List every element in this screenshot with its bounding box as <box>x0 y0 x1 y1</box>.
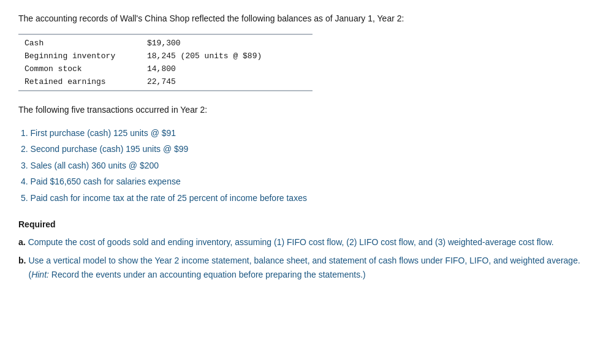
balance-label: Cash <box>18 34 141 50</box>
req-text: Use a vertical model to show the Year 2 … <box>28 254 588 281</box>
balance-label: Beginning inventory <box>18 50 141 63</box>
balance-value: 14,800 <box>141 63 312 75</box>
balance-label: Retained earnings <box>18 75 141 91</box>
list-item: b. Use a vertical model to show the Year… <box>18 254 588 281</box>
required-section: Required a. Compute the cost of goods so… <box>18 219 588 281</box>
table-row: Cash$19,300 <box>18 34 312 50</box>
transactions-list: 1. First purchase (cash) 125 units @ $91… <box>18 126 588 205</box>
list-item: 3. Sales (all cash) 360 units @ $200 <box>21 159 588 172</box>
hint-label: Hint: <box>31 270 49 279</box>
list-item: 2. Second purchase (cash) 195 units @ $9… <box>21 142 588 156</box>
intro-text: The accounting records of Wall's China S… <box>18 12 588 25</box>
balance-value: 22,745 <box>141 75 312 91</box>
balance-value: 18,245 (205 units @ $89) <box>141 50 312 63</box>
list-item: 1. First purchase (cash) 125 units @ $91 <box>21 126 588 140</box>
transactions-heading: The following five transactions occurred… <box>18 104 588 116</box>
list-item: a. Compute the cost of goods sold and en… <box>18 235 588 249</box>
list-item: 4. Paid $16,650 cash for salaries expens… <box>21 175 588 188</box>
required-heading: Required <box>18 219 588 229</box>
req-label: a. <box>18 235 26 249</box>
req-label: b. <box>18 254 26 267</box>
required-list: a. Compute the cost of goods sold and en… <box>18 235 588 281</box>
balance-table: Cash$19,300Beginning inventory18,245 (20… <box>18 34 312 91</box>
balance-label: Common stock <box>18 63 141 75</box>
table-row: Common stock14,800 <box>18 63 312 75</box>
req-text: Compute the cost of goods sold and endin… <box>28 235 554 249</box>
balance-value: $19,300 <box>141 34 312 50</box>
table-row: Beginning inventory18,245 (205 units @ $… <box>18 50 312 63</box>
table-row: Retained earnings22,745 <box>18 75 312 91</box>
list-item: 5. Paid cash for income tax at the rate … <box>21 191 588 205</box>
